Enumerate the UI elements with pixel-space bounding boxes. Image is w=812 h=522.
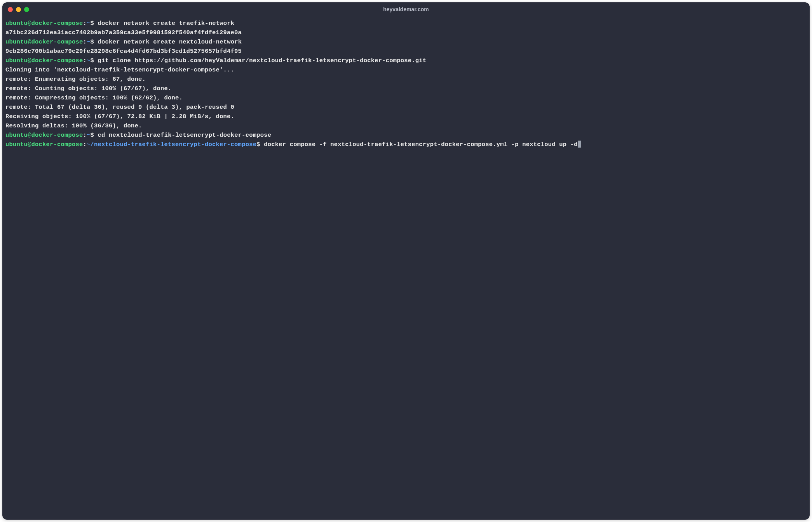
prompt-sep: :: [83, 132, 87, 139]
prompt-path: ~: [87, 38, 91, 45]
command-text: docker network create traefik-network: [98, 20, 235, 27]
command-text: git clone https://github.com/heyValdemar…: [98, 57, 427, 64]
prompt-sep: :: [83, 57, 87, 64]
prompt-path: ~/nextcloud-traefik-letsencrypt-docker-c…: [87, 141, 256, 148]
prompt-char: $: [91, 38, 94, 45]
prompt-path: ~: [87, 132, 91, 139]
output-text: remote: Counting objects: 100% (67/67), …: [5, 84, 807, 93]
prompt-user-host: ubuntu@docker-compose: [5, 20, 83, 27]
output-text: remote: Compressing objects: 100% (62/62…: [5, 93, 807, 103]
prompt-line: ubuntu@docker-compose:~$ cd nextcloud-tr…: [5, 130, 807, 140]
close-icon[interactable]: [8, 7, 13, 12]
output-text: 9cb286c700b1abac79c29fe28298c6fca4d4fd67…: [5, 47, 807, 56]
command-text: docker compose -f nextcloud-traefik-lets…: [264, 141, 578, 148]
prompt-path: ~: [87, 20, 91, 27]
output-text: Resolving deltas: 100% (36/36), done.: [5, 121, 807, 130]
prompt-char: $: [91, 132, 94, 139]
output-text: remote: Enumerating objects: 67, done.: [5, 75, 807, 84]
minimize-icon[interactable]: [16, 7, 21, 12]
cursor-icon: [578, 141, 581, 148]
prompt-line: ubuntu@docker-compose:~$ docker network …: [5, 37, 807, 47]
prompt-char: $: [91, 20, 94, 27]
window-title: heyvaldemar.com: [383, 6, 429, 12]
prompt-line: ubuntu@docker-compose:~/nextcloud-traefi…: [5, 140, 807, 149]
terminal-window: heyvaldemar.com ubuntu@docker-compose:~$…: [2, 2, 810, 520]
prompt-char: $: [91, 57, 94, 64]
output-text: a71bc226d712ea31acc7402b9ab7a359ca33e5f9…: [5, 28, 807, 37]
prompt-user-host: ubuntu@docker-compose: [5, 132, 83, 139]
prompt-user-host: ubuntu@docker-compose: [5, 141, 83, 148]
terminal-body[interactable]: ubuntu@docker-compose:~$ docker network …: [2, 16, 810, 520]
output-text: Cloning into 'nextcloud-traefik-letsencr…: [5, 65, 807, 75]
prompt-line: ubuntu@docker-compose:~$ git clone https…: [5, 56, 807, 65]
command-text: docker network create nextcloud-network: [98, 38, 242, 45]
prompt-path: ~: [87, 57, 91, 64]
output-text: remote: Total 67 (delta 36), reused 9 (d…: [5, 103, 807, 112]
command-text: cd nextcloud-traefik-letsencrypt-docker-…: [98, 132, 272, 139]
prompt-char: $: [256, 141, 260, 148]
output-text: Receiving objects: 100% (67/67), 72.82 K…: [5, 112, 807, 121]
titlebar[interactable]: heyvaldemar.com: [2, 2, 810, 16]
prompt-sep: :: [83, 38, 87, 45]
maximize-icon[interactable]: [24, 7, 29, 12]
prompt-sep: :: [83, 20, 87, 27]
prompt-user-host: ubuntu@docker-compose: [5, 57, 83, 64]
prompt-line: ubuntu@docker-compose:~$ docker network …: [5, 19, 807, 28]
prompt-user-host: ubuntu@docker-compose: [5, 38, 83, 45]
prompt-sep: :: [83, 141, 87, 148]
traffic-lights: [8, 7, 29, 12]
